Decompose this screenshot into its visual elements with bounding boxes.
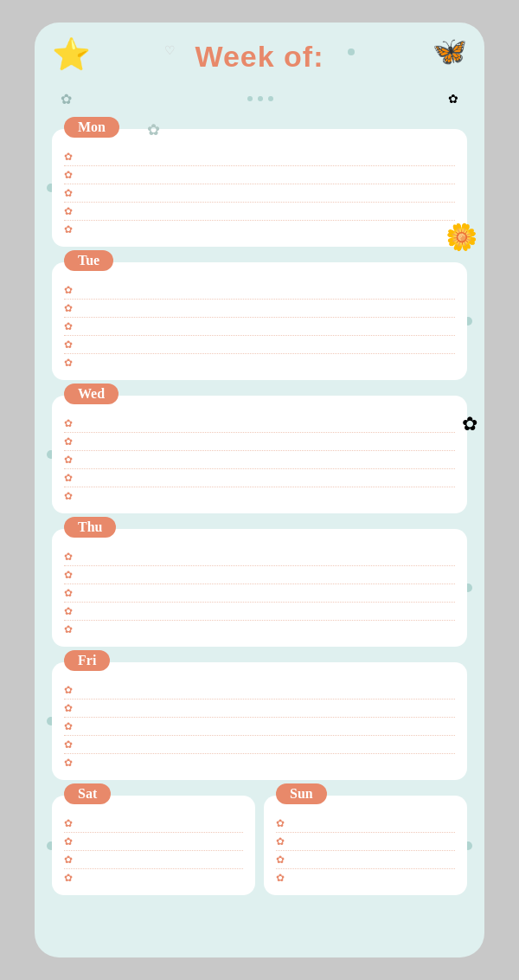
line-input[interactable] [78,206,455,216]
line-input[interactable] [290,854,455,865]
line-input[interactable] [78,473,455,483]
line-row: ✿ [64,433,455,451]
line-input[interactable] [78,224,455,235]
line-input[interactable] [78,854,243,865]
line-row: ✿ [64,548,455,566]
bullet-icon: ✿ [64,817,73,829]
line-input[interactable] [78,339,455,350]
dot-3 [268,96,273,101]
wed-label: Wed [64,384,119,404]
dot-1 [247,96,253,101]
line-row: ✿ [64,851,243,869]
bullet-icon: ✿ [64,151,73,163]
flower-orange-icon: ✿ [448,92,458,106]
line-input[interactable] [78,721,455,732]
line-input[interactable] [290,873,455,883]
bullet-icon: ✿ [276,872,285,884]
bullet-icon: ✿ [64,284,73,296]
line-row: ✿ [64,869,243,887]
line-input[interactable] [78,570,455,580]
planner: ⭐ Week of: 🦋 ♡ ✿ ✿ Mon ✿ ✿ ✿ ✿ ✿ ✿ 🌼 [35,23,484,957]
line-input[interactable] [78,818,243,828]
line-input[interactable] [78,418,455,429]
bullet-icon: ✿ [64,854,73,866]
dot-row [247,96,273,101]
fri-wrapper: Fri ✿ ✿ ✿ ✿ ✿ [52,662,467,780]
line-row: ✿ [64,754,455,771]
line-input[interactable] [78,758,455,768]
line-input[interactable] [290,818,455,828]
bullet-icon: ✿ [64,569,73,581]
bullet-icon: ✿ [276,835,285,848]
line-input[interactable] [78,170,455,180]
flower-blue-icon: ✿ [61,91,72,107]
line-row: ✿ [64,621,455,638]
line-input[interactable] [78,588,455,598]
sat-block: Sat ✿ ✿ ✿ ✿ [52,796,255,895]
line-input[interactable] [78,873,243,883]
line-input[interactable] [78,285,455,295]
bullet-icon: ✿ [64,454,73,466]
line-input[interactable] [78,551,455,562]
bullet-icon: ✿ [64,587,73,599]
thu-block: Thu ✿ ✿ ✿ ✿ ✿ [52,529,467,647]
line-row: ✿ [64,203,455,221]
line-row: ✿ [64,281,455,300]
line-input[interactable] [78,455,455,465]
planner-title: Week of: [195,40,324,74]
line-row: ✿ [64,148,455,166]
line-input[interactable] [78,303,455,313]
bullet-icon: ✿ [276,817,285,829]
bullet-icon: ✿ [64,684,73,696]
bullet-icon: ✿ [64,490,73,502]
sun-label: Sun [276,783,327,804]
line-input[interactable] [78,624,455,635]
heart-icon: ♡ [164,43,176,57]
line-input[interactable] [78,188,455,198]
line-input[interactable] [78,491,455,501]
line-input[interactable] [290,836,455,847]
bullet-icon: ✿ [64,435,73,448]
mon-label: Mon [64,117,119,138]
line-input[interactable] [78,739,455,750]
bullet-icon: ✿ [64,738,73,751]
line-row: ✿ [64,566,455,584]
sun-block: Sun ✿ ✿ ✿ ✿ [264,796,467,895]
line-input[interactable] [78,836,243,847]
line-input[interactable] [78,321,455,332]
tue-wrapper: Tue ✿ ✿ ✿ ✿ ✿ [52,262,467,380]
bottom-row: Sat ✿ ✿ ✿ ✿ Sun ✿ ✿ ✿ ✿ [52,796,467,895]
line-row: ✿ [64,815,243,833]
line-input[interactable] [78,358,455,368]
line-row: ✿ [64,700,455,718]
line-input[interactable] [78,685,455,695]
line-row: ✿ [64,166,455,184]
bullet-icon: ✿ [64,472,73,484]
sun-lines: ✿ ✿ ✿ ✿ [276,815,455,887]
fri-label: Fri [64,650,110,671]
line-row: ✿ [64,718,455,736]
line-input[interactable] [78,436,455,447]
line-row: ✿ [64,451,455,469]
sun-wrapper: Sun ✿ ✿ ✿ ✿ [264,796,467,895]
bullet-icon: ✿ [64,302,73,314]
bullet-icon: ✿ [64,872,73,884]
thu-wrapper: Thu ✿ ✿ ✿ ✿ ✿ [52,529,467,647]
mon-block: Mon ✿ ✿ ✿ ✿ ✿ ✿ [52,129,467,247]
flower-mon-icon: ✿ [147,120,160,139]
line-row: ✿ [64,415,455,433]
line-row: ✿ [276,833,455,851]
line-input[interactable] [78,606,455,616]
mon-wrapper: Mon ✿ ✿ ✿ ✿ ✿ ✿ 🌼 [52,129,467,247]
line-input[interactable] [78,703,455,713]
bullet-icon: ✿ [64,357,73,369]
line-input[interactable] [78,152,455,162]
bullet-icon: ✿ [64,187,73,199]
sat-wrapper: Sat ✿ ✿ ✿ ✿ [52,796,255,895]
sat-label: Sat [64,783,111,804]
wed-wrapper: Wed ✿ ✿ ✿ ✿ ✿ ✿ [52,396,467,513]
bullet-icon: ✿ [64,702,73,714]
bullet-icon: ✿ [64,835,73,848]
line-row: ✿ [64,300,455,318]
bullet-icon: ✿ [64,205,73,217]
